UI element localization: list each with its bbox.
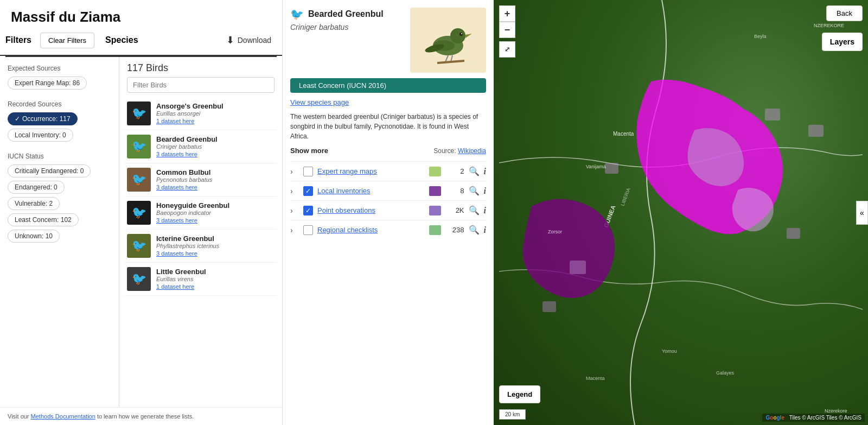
species-dataset-link[interactable]: 3 datasets here bbox=[156, 151, 197, 157]
unknown-filter[interactable]: Unknown: 10 bbox=[8, 230, 60, 243]
species-column: 117 Birds 🐦 Ansorge's Greenbul Eurillas … bbox=[119, 57, 282, 407]
legend-panel: Legend bbox=[499, 385, 540, 403]
species-info: Little Greenbul Eurillas virens 1 datase… bbox=[156, 268, 206, 290]
species-dataset-link[interactable]: 3 datasets here bbox=[156, 217, 197, 224]
least-concern-filter[interactable]: Least Concern: 102 bbox=[8, 213, 79, 226]
species-common-name: Common Bulbul bbox=[156, 168, 212, 176]
row-color-swatch bbox=[429, 206, 441, 215]
detail-panel: 🐦 Bearded Greenbul Criniger barbatus bbox=[282, 0, 494, 425]
species-list-item[interactable]: 🐦 Honeyguide Greenbul Baeopogon indicato… bbox=[125, 196, 277, 230]
row-label[interactable]: Expert range maps bbox=[317, 167, 425, 175]
zoom-in-button[interactable]: + bbox=[499, 5, 515, 22]
svg-rect-18 bbox=[787, 228, 800, 239]
svg-rect-19 bbox=[542, 301, 556, 312]
svg-text:Yomou: Yomou bbox=[662, 348, 677, 354]
row-search-icon[interactable]: 🔍 bbox=[469, 186, 480, 196]
collapse-panel-button[interactable]: « bbox=[856, 201, 868, 225]
expand-arrow[interactable]: › bbox=[290, 226, 299, 234]
row-label[interactable]: Local inventories bbox=[317, 187, 425, 195]
svg-text:Macenta: Macenta bbox=[586, 376, 605, 381]
row-checkbox[interactable]: ✓ bbox=[303, 186, 313, 196]
data-source-row: › ✓ Point observations 2K 🔍 i bbox=[290, 200, 486, 220]
species-label: Species bbox=[105, 35, 138, 45]
expected-sources-title: Expected Sources bbox=[8, 65, 111, 72]
species-common-name: Ansorge's Greenbul bbox=[156, 102, 224, 110]
species-dataset-link[interactable]: 1 dataset here bbox=[156, 283, 194, 290]
occurrence-filter[interactable]: ✓Occurrence: 117 bbox=[8, 112, 78, 125]
detail-common-name: Bearded Greenbul bbox=[308, 9, 384, 19]
show-more-button[interactable]: Show more bbox=[290, 147, 328, 155]
fullscreen-button[interactable]: ⤢ bbox=[499, 41, 515, 58]
row-search-icon[interactable]: 🔍 bbox=[469, 205, 480, 215]
expert-range-filter[interactable]: Expert Range Map: 86 bbox=[8, 77, 87, 90]
iucn-title: IUCN Status bbox=[8, 153, 111, 160]
detail-species-image bbox=[410, 8, 486, 73]
layers-label: Layers bbox=[830, 37, 854, 46]
svg-point-2 bbox=[450, 28, 465, 43]
svg-rect-16 bbox=[765, 109, 780, 120]
expand-arrow[interactable]: › bbox=[290, 167, 299, 176]
detail-header: 🐦 Bearded Greenbul Criniger barbatus bbox=[290, 8, 486, 73]
row-info-icon[interactable]: i bbox=[484, 206, 486, 215]
back-button[interactable]: Back bbox=[826, 5, 863, 21]
clear-filters-button[interactable]: Clear Filters bbox=[40, 33, 94, 48]
endangered-filter[interactable]: Endangered: 0 bbox=[8, 181, 65, 194]
species-list-item[interactable]: 🐦 Icterine Greenbul Phyllastrephus icter… bbox=[125, 230, 277, 263]
row-checkbox[interactable] bbox=[303, 167, 313, 176]
view-species-link[interactable]: View species page bbox=[290, 98, 486, 106]
row-label[interactable]: Point observations bbox=[317, 206, 425, 214]
row-search-icon[interactable]: 🔍 bbox=[469, 166, 480, 176]
species-description: The western bearded greenbul (Criniger b… bbox=[290, 112, 486, 141]
species-common-name: Icterine Greenbul bbox=[156, 234, 219, 243]
row-info-icon[interactable]: i bbox=[484, 186, 486, 196]
footer-text-before: Visit our bbox=[8, 413, 31, 420]
svg-rect-17 bbox=[808, 125, 824, 137]
species-thumbnail: 🐦 bbox=[127, 135, 151, 158]
species-dataset-link[interactable]: 1 dataset here bbox=[156, 118, 194, 124]
species-common-name: Bearded Greenbul bbox=[156, 135, 218, 143]
zoom-out-button[interactable]: − bbox=[499, 22, 515, 38]
species-sci-name: Baeopogon indicator bbox=[156, 210, 229, 216]
species-list-item[interactable]: 🐦 Little Greenbul Eurillas virens 1 data… bbox=[125, 263, 277, 296]
species-common-name: Honeyguide Greenbul bbox=[156, 201, 229, 210]
footer-note: Visit our Methods Documentation to learn… bbox=[0, 407, 282, 425]
row-search-icon[interactable]: 🔍 bbox=[469, 225, 480, 235]
row-checkbox[interactable]: ✓ bbox=[303, 206, 313, 215]
download-label: Download bbox=[238, 36, 271, 45]
map-attribution: Google Tiles © ArcGIS Tiles © ArcGIS bbox=[762, 414, 865, 422]
species-dataset-link[interactable]: 3 datasets here bbox=[156, 184, 197, 191]
data-source-row: › Expert range maps 2 🔍 i bbox=[290, 161, 486, 181]
row-info-icon[interactable]: i bbox=[484, 225, 486, 235]
filters-panel: Expected Sources Expert Range Map: 86 Re… bbox=[0, 57, 119, 407]
critically-endangered-filter[interactable]: Critically Endangered: 0 bbox=[8, 164, 91, 177]
iucn-section: IUCN Status Critically Endangered: 0 End… bbox=[8, 153, 111, 246]
species-list-item[interactable]: 🐦 Bearded Greenbul Criniger barbatus 3 d… bbox=[125, 130, 277, 163]
row-checkbox[interactable] bbox=[303, 225, 313, 235]
expand-arrow[interactable]: › bbox=[290, 187, 299, 195]
toolbar: Filters Clear Filters Species ⬇ Download bbox=[0, 31, 282, 56]
source-row: Source: Wikipedia bbox=[433, 147, 486, 155]
species-info: Honeyguide Greenbul Baeopogon indicator … bbox=[156, 201, 229, 224]
svg-text:LIBERIA: LIBERIA bbox=[620, 187, 631, 207]
row-count: 8 bbox=[445, 187, 464, 195]
source-link[interactable]: Wikipedia bbox=[458, 147, 486, 155]
species-list-item[interactable]: 🐦 Common Bulbul Pycnonotus barbatus 3 da… bbox=[125, 163, 277, 196]
species-common-name: Little Greenbul bbox=[156, 268, 206, 276]
methods-documentation-link[interactable]: Methods Documentation bbox=[31, 413, 95, 420]
footer-text-after: to learn how we generate these lists. bbox=[95, 413, 194, 420]
species-search-container bbox=[127, 77, 275, 93]
row-info-icon[interactable]: i bbox=[484, 167, 486, 176]
row-label[interactable]: Regional checklists bbox=[317, 226, 425, 234]
species-search-input[interactable] bbox=[127, 77, 275, 93]
species-list: 🐦 Ansorge's Greenbul Eurillas ansorgei 1… bbox=[119, 97, 282, 407]
scale-bar: 20 km bbox=[499, 409, 526, 420]
show-more-row: Show more Source: Wikipedia bbox=[290, 147, 486, 155]
species-list-item[interactable]: 🐦 Ansorge's Greenbul Eurillas ansorgei 1… bbox=[125, 97, 277, 130]
expand-arrow[interactable]: › bbox=[290, 206, 299, 215]
download-button[interactable]: ⬇ Download bbox=[221, 31, 277, 49]
vulnerable-filter[interactable]: Vulnerable: 2 bbox=[8, 197, 60, 210]
local-inventory-filter[interactable]: Local Inventory: 0 bbox=[8, 129, 73, 142]
map-panel[interactable]: GUINEA LIBERIA Macenta Vanijama Zorsor Y… bbox=[494, 0, 868, 425]
species-dataset-link[interactable]: 3 datasets here bbox=[156, 250, 197, 257]
species-info: Bearded Greenbul Criniger barbatus 3 dat… bbox=[156, 135, 218, 158]
